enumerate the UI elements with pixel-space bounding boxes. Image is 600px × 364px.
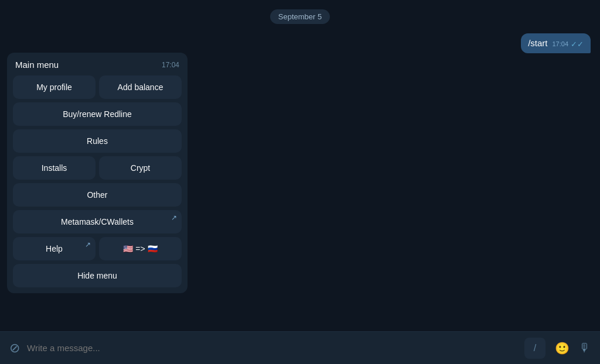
- start-bubble: /start 17:04 ✓✓: [521, 33, 591, 53]
- rules-button[interactable]: Rules: [13, 129, 182, 153]
- attach-icon[interactable]: ⊘: [9, 341, 20, 356]
- input-actions: / 🙂 🎙: [524, 338, 591, 359]
- hide-menu-button[interactable]: Hide menu: [13, 264, 182, 287]
- menu-time: 17:04: [162, 61, 179, 69]
- help-label: Help: [46, 244, 63, 253]
- menu-row-6: Metamask/CWallets ↗: [13, 210, 182, 233]
- buy-renew-button[interactable]: Buy/renew Redline: [13, 102, 182, 126]
- start-meta: 17:04 ✓✓: [552, 40, 584, 49]
- metamask-button[interactable]: Metamask/CWallets ↗: [13, 210, 182, 233]
- message-input[interactable]: [27, 343, 517, 353]
- metamask-arrow-icon: ↗: [171, 214, 177, 222]
- double-check-icon: ✓✓: [571, 40, 584, 49]
- installs-button[interactable]: Installs: [13, 156, 96, 180]
- menu-row-2: Buy/renew Redline: [13, 102, 182, 126]
- menu-row-3: Rules: [13, 129, 182, 153]
- mic-icon: 🎙: [579, 341, 591, 354]
- mic-button[interactable]: 🎙: [579, 341, 591, 355]
- add-balance-button[interactable]: Add balance: [99, 75, 182, 99]
- input-bar: ⊘ / 🙂 🎙: [0, 331, 600, 364]
- help-button[interactable]: Help ↗: [13, 237, 96, 260]
- menu-card: Main menu 17:04 My profile Add balance B…: [7, 53, 188, 293]
- menu-row-5: Other: [13, 183, 182, 207]
- menu-row-7: Help ↗ 🇺🇸 => 🇷🇺: [13, 237, 182, 260]
- commands-icon: /: [534, 343, 536, 353]
- commands-button[interactable]: /: [524, 338, 546, 359]
- help-arrow-icon: ↗: [85, 241, 91, 249]
- other-button[interactable]: Other: [13, 183, 182, 207]
- crypt-button[interactable]: Crypt: [99, 156, 182, 180]
- menu-row-4: Installs Crypt: [13, 156, 182, 180]
- date-badge: September 5: [270, 9, 330, 24]
- start-time: 17:04: [552, 40, 568, 47]
- translate-button[interactable]: 🇺🇸 => 🇷🇺: [99, 237, 182, 260]
- emoji-button[interactable]: 🙂: [555, 341, 570, 355]
- menu-grid: My profile Add balance Buy/renew Redline…: [13, 75, 182, 287]
- chat-area: September 5 /start 17:04 ✓✓ Main menu 17…: [0, 0, 600, 331]
- menu-title: Main menu: [15, 60, 59, 70]
- start-text: /start: [528, 38, 547, 48]
- menu-row-1: My profile Add balance: [13, 75, 182, 99]
- menu-row-8: Hide menu: [13, 264, 182, 287]
- metamask-label: Metamask/CWallets: [61, 217, 134, 226]
- emoji-icon: 🙂: [555, 342, 570, 355]
- menu-header: Main menu 17:04: [13, 59, 182, 75]
- my-profile-button[interactable]: My profile: [13, 75, 96, 99]
- date-badge-container: September 5: [0, 0, 600, 29]
